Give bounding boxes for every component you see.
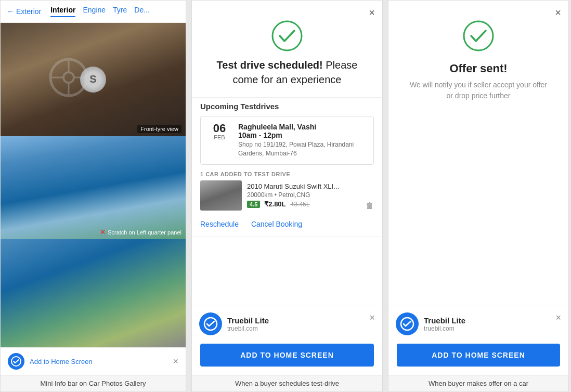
offer-subtitle: We will notify you if seller accept your… xyxy=(388,80,568,101)
scratch-label: ✕ Scratch on Left quarter panel xyxy=(100,228,181,236)
truebil-text-wrap-p2: Truebil Lite truebil.com xyxy=(227,316,269,332)
car-item: 2010 Maruti Suzuki Swift XLI... 20000km … xyxy=(192,180,382,216)
photo-tabs: Interior Engine Tyre De... xyxy=(50,6,150,17)
add-to-home-button-p2[interactable]: ADD TO HOME SCREEN xyxy=(200,344,374,367)
scratch-text: Scratch on Left quarter panel xyxy=(108,229,181,236)
truebil-icon-lg-p3 xyxy=(396,312,419,335)
truebil-info-p2: Truebil Lite truebil.com xyxy=(199,312,269,335)
close-button-p3[interactable]: × xyxy=(555,7,561,19)
success-icon-wrap xyxy=(192,19,382,53)
nav-bar: ← Exterior Interior Engine Tyre De... xyxy=(1,1,186,23)
panel1-caption: Mini Info bar on Car Photos Gallery xyxy=(1,375,186,391)
td-time: 10am - 12pm xyxy=(238,131,367,139)
action-links: Reschedule Cancel Booking xyxy=(192,216,382,237)
scratch-x-icon: ✕ xyxy=(100,228,106,236)
back-arrow-icon: ← xyxy=(7,7,14,16)
cancel-booking-link[interactable]: Cancel Booking xyxy=(251,220,302,228)
truebil-icon-small xyxy=(8,353,24,370)
add-to-home-bar: Add to Home Screen × xyxy=(1,347,186,375)
add-to-home-modal-p3: Truebil Lite truebil.com × xyxy=(388,306,568,338)
exterior-tab-link[interactable]: Exterior xyxy=(16,7,41,16)
date-month: FEB xyxy=(214,134,225,140)
date-day: 06 xyxy=(213,123,226,134)
svg-point-9 xyxy=(464,21,493,50)
td-venue: Raghuleela Mall, Vashi xyxy=(238,123,367,131)
reschedule-link[interactable]: Reschedule xyxy=(200,220,239,228)
add-to-home-modal-p2: Truebil Lite truebil.com × xyxy=(192,306,382,338)
success-icon-wrap-p3 xyxy=(388,19,568,53)
panel3-caption: When buyer makes offer on a car xyxy=(388,375,568,391)
spacer-p3 xyxy=(388,114,568,306)
truebil-text-wrap-p3: Truebil Lite truebil.com xyxy=(424,316,465,332)
truebil-icon-lg-p2 xyxy=(199,312,222,335)
tab-dent[interactable]: De... xyxy=(134,6,150,17)
close-modal-p3[interactable]: × xyxy=(555,312,561,323)
close-button-p2[interactable]: × xyxy=(369,7,375,19)
testdrive-info: Raghuleela Mall, Vashi 10am - 12pm Shop … xyxy=(238,123,367,158)
date-box: 06 FEB xyxy=(207,123,232,158)
car-details: 2010 Maruti Suzuki Swift XLI... 20000km … xyxy=(247,182,360,208)
add-to-home-button-p3[interactable]: ADD TO HOME SCREEN xyxy=(397,344,560,367)
car-name: 2010 Maruti Suzuki Swift XLI... xyxy=(247,182,360,190)
panel-testdrive: × Test drive scheduled! Please come for … xyxy=(191,0,383,392)
rating-badge: 4.5 xyxy=(247,201,260,208)
close-bar-button[interactable]: × xyxy=(173,356,178,367)
car-image-interior[interactable]: S Front-tyre view xyxy=(1,23,186,136)
car-added-label: 1 CAR ADDED TO TEST DRIVE xyxy=(192,171,382,180)
car-image-blue1[interactable]: ✕ Scratch on Left quarter panel xyxy=(1,136,186,239)
truebil-url-p2: truebil.com xyxy=(227,325,269,332)
add-to-home-left: Add to Home Screen xyxy=(8,353,93,370)
close-modal-p2[interactable]: × xyxy=(369,312,375,323)
td-address: Shop no 191/192, Powai Plaza, Hirandani … xyxy=(238,140,367,158)
car-specs: 20000km • Petrol,CNG xyxy=(247,191,360,199)
car-thumbnail xyxy=(200,180,242,211)
truebil-name-p2: Truebil Lite xyxy=(227,316,269,325)
svg-point-7 xyxy=(272,21,302,50)
image-label-interior: Front-tyre view xyxy=(137,125,181,133)
tab-engine[interactable]: Engine xyxy=(83,6,106,17)
panel-gallery: ← Exterior Interior Engine Tyre De... S … xyxy=(0,0,186,392)
tab-tyre[interactable]: Tyre xyxy=(113,6,127,17)
section-upcoming: Upcoming Testdrives xyxy=(192,97,382,116)
panel-offer: × Offer sent! We will notify you if sell… xyxy=(388,0,569,392)
delete-car-button[interactable]: 🗑 xyxy=(366,201,374,211)
car-image-blue2[interactable] xyxy=(1,239,186,347)
price-new: ₹2.80L xyxy=(264,200,286,208)
panel2-caption: When a buyer schedules test-drive xyxy=(192,375,382,391)
add-to-home-text[interactable]: Add to Home Screen xyxy=(30,358,93,365)
car-price-row: 4.5 ₹2.80L ₹3.45L xyxy=(247,200,360,208)
car-images-container: S Front-tyre view ✕ Scratch on Left quar… xyxy=(1,23,186,347)
truebil-info-p3: Truebil Lite truebil.com xyxy=(396,312,465,335)
title-bold: Test drive scheduled! xyxy=(217,59,323,71)
price-old: ₹3.45L xyxy=(290,201,310,208)
modal-title-p2: Test drive scheduled! Please come for an… xyxy=(192,58,382,87)
tab-interior[interactable]: Interior xyxy=(50,6,75,17)
back-button[interactable]: ← Exterior xyxy=(7,7,41,16)
truebil-url-p3: truebil.com xyxy=(424,325,465,332)
offer-title: Offer sent! xyxy=(388,62,568,75)
testdrive-card: 06 FEB Raghuleela Mall, Vashi 10am - 12p… xyxy=(200,116,374,165)
svg-point-1 xyxy=(63,72,74,83)
truebil-name-p3: Truebil Lite xyxy=(424,316,465,325)
